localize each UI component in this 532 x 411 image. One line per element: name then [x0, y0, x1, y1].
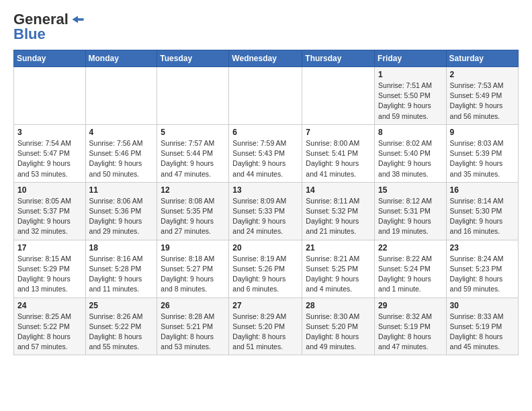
day-number: 25 — [89, 301, 154, 310]
day-info: Sunrise: 8:08 AM Sunset: 5:35 PM Dayligh… — [161, 196, 225, 237]
day-number: 22 — [378, 243, 443, 253]
day-cell — [302, 67, 375, 125]
day-info: Sunrise: 8:24 AM Sunset: 5:23 PM Dayligh… — [450, 254, 515, 295]
weekday-header-monday: Monday — [85, 50, 157, 67]
day-cell: 27Sunrise: 8:29 AM Sunset: 5:20 PM Dayli… — [229, 298, 302, 355]
day-info: Sunrise: 8:06 AM Sunset: 5:36 PM Dayligh… — [89, 196, 154, 237]
week-row-1: 1Sunrise: 7:51 AM Sunset: 5:50 PM Daylig… — [14, 67, 519, 125]
weekday-header-tuesday: Tuesday — [157, 50, 229, 67]
day-info: Sunrise: 8:03 AM Sunset: 5:39 PM Dayligh… — [450, 138, 515, 179]
week-row-4: 17Sunrise: 8:15 AM Sunset: 5:29 PM Dayli… — [14, 240, 519, 298]
day-number: 12 — [161, 185, 225, 195]
day-number: 23 — [450, 243, 515, 253]
day-number: 10 — [17, 185, 82, 195]
logo-arrow-icon — [70, 15, 86, 24]
day-cell: 29Sunrise: 8:32 AM Sunset: 5:19 PM Dayli… — [375, 298, 447, 355]
day-cell: 19Sunrise: 8:18 AM Sunset: 5:27 PM Dayli… — [157, 240, 229, 298]
day-info: Sunrise: 7:56 AM Sunset: 5:46 PM Dayligh… — [89, 138, 154, 179]
weekday-header-saturday: Saturday — [446, 50, 518, 67]
day-info: Sunrise: 8:30 AM Sunset: 5:20 PM Dayligh… — [306, 312, 371, 353]
weekday-header-thursday: Thursday — [302, 50, 375, 67]
day-info: Sunrise: 8:21 AM Sunset: 5:25 PM Dayligh… — [306, 254, 371, 295]
day-info: Sunrise: 8:33 AM Sunset: 5:19 PM Dayligh… — [450, 312, 515, 353]
day-cell: 25Sunrise: 8:26 AM Sunset: 5:22 PM Dayli… — [85, 298, 157, 355]
day-cell: 16Sunrise: 8:14 AM Sunset: 5:30 PM Dayli… — [446, 182, 518, 240]
day-info: Sunrise: 8:00 AM Sunset: 5:41 PM Dayligh… — [306, 138, 371, 179]
day-cell — [14, 67, 86, 125]
day-info: Sunrise: 7:57 AM Sunset: 5:44 PM Dayligh… — [161, 138, 225, 179]
weekday-header-row: SundayMondayTuesdayWednesdayThursdayFrid… — [14, 50, 519, 67]
day-cell: 4Sunrise: 7:56 AM Sunset: 5:46 PM Daylig… — [85, 124, 157, 182]
day-info: Sunrise: 8:25 AM Sunset: 5:22 PM Dayligh… — [17, 312, 82, 353]
day-info: Sunrise: 7:51 AM Sunset: 5:50 PM Dayligh… — [378, 81, 443, 122]
day-cell: 24Sunrise: 8:25 AM Sunset: 5:22 PM Dayli… — [14, 298, 86, 355]
day-number: 3 — [17, 128, 82, 137]
day-info: Sunrise: 7:59 AM Sunset: 5:43 PM Dayligh… — [232, 138, 298, 179]
page: General Blue SundayMondayTuesdayWednesda… — [0, 0, 532, 366]
day-number: 21 — [306, 243, 371, 253]
day-cell: 30Sunrise: 8:33 AM Sunset: 5:19 PM Dayli… — [446, 298, 518, 355]
day-info: Sunrise: 8:19 AM Sunset: 5:26 PM Dayligh… — [232, 254, 298, 295]
day-number: 16 — [450, 185, 515, 195]
day-info: Sunrise: 8:22 AM Sunset: 5:24 PM Dayligh… — [378, 254, 443, 295]
day-cell: 12Sunrise: 8:08 AM Sunset: 5:35 PM Dayli… — [157, 182, 229, 240]
day-info: Sunrise: 8:26 AM Sunset: 5:22 PM Dayligh… — [89, 312, 154, 353]
day-cell: 9Sunrise: 8:03 AM Sunset: 5:39 PM Daylig… — [446, 124, 518, 182]
day-cell: 8Sunrise: 8:02 AM Sunset: 5:40 PM Daylig… — [375, 124, 447, 182]
day-number: 26 — [161, 301, 225, 310]
day-cell: 20Sunrise: 8:19 AM Sunset: 5:26 PM Dayli… — [229, 240, 302, 298]
day-info: Sunrise: 8:05 AM Sunset: 5:37 PM Dayligh… — [17, 196, 82, 237]
day-cell: 14Sunrise: 8:11 AM Sunset: 5:32 PM Dayli… — [302, 182, 375, 240]
day-number: 6 — [232, 128, 298, 137]
day-info: Sunrise: 8:18 AM Sunset: 5:27 PM Dayligh… — [161, 254, 225, 295]
day-number: 4 — [89, 128, 154, 137]
day-cell: 11Sunrise: 8:06 AM Sunset: 5:36 PM Dayli… — [85, 182, 157, 240]
day-cell: 28Sunrise: 8:30 AM Sunset: 5:20 PM Dayli… — [302, 298, 375, 355]
day-cell — [157, 67, 229, 125]
day-info: Sunrise: 8:02 AM Sunset: 5:40 PM Dayligh… — [378, 138, 443, 179]
day-info: Sunrise: 8:29 AM Sunset: 5:20 PM Dayligh… — [232, 312, 298, 353]
header: General Blue — [13, 11, 519, 43]
day-info: Sunrise: 8:32 AM Sunset: 5:19 PM Dayligh… — [378, 312, 443, 353]
day-info: Sunrise: 7:53 AM Sunset: 5:49 PM Dayligh… — [450, 81, 515, 122]
day-cell: 23Sunrise: 8:24 AM Sunset: 5:23 PM Dayli… — [446, 240, 518, 298]
day-number: 13 — [232, 185, 298, 195]
day-cell — [229, 67, 302, 125]
day-info: Sunrise: 7:54 AM Sunset: 5:47 PM Dayligh… — [17, 138, 82, 179]
weekday-header-wednesday: Wednesday — [229, 50, 302, 67]
day-number: 20 — [232, 243, 298, 253]
week-row-2: 3Sunrise: 7:54 AM Sunset: 5:47 PM Daylig… — [14, 124, 519, 182]
day-cell: 10Sunrise: 8:05 AM Sunset: 5:37 PM Dayli… — [14, 182, 86, 240]
day-cell: 18Sunrise: 8:16 AM Sunset: 5:28 PM Dayli… — [85, 240, 157, 298]
day-number: 8 — [378, 128, 443, 137]
day-number: 29 — [378, 301, 443, 310]
weekday-header-friday: Friday — [375, 50, 447, 67]
day-number: 27 — [232, 301, 298, 310]
day-number: 17 — [17, 243, 82, 253]
day-number: 19 — [161, 243, 225, 253]
weekday-header-sunday: Sunday — [14, 50, 86, 67]
day-number: 5 — [161, 128, 225, 137]
day-number: 18 — [89, 243, 154, 253]
day-cell: 22Sunrise: 8:22 AM Sunset: 5:24 PM Dayli… — [375, 240, 447, 298]
day-cell: 2Sunrise: 7:53 AM Sunset: 5:49 PM Daylig… — [446, 67, 518, 125]
day-number: 7 — [306, 128, 371, 137]
day-info: Sunrise: 8:12 AM Sunset: 5:31 PM Dayligh… — [378, 196, 443, 237]
day-number: 24 — [17, 301, 82, 310]
calendar: SundayMondayTuesdayWednesdayThursdayFrid… — [13, 50, 519, 355]
day-cell: 15Sunrise: 8:12 AM Sunset: 5:31 PM Dayli… — [375, 182, 447, 240]
day-info: Sunrise: 8:14 AM Sunset: 5:30 PM Dayligh… — [450, 196, 515, 237]
week-row-5: 24Sunrise: 8:25 AM Sunset: 5:22 PM Dayli… — [14, 298, 519, 355]
day-number: 9 — [450, 128, 515, 137]
day-number: 28 — [306, 301, 371, 310]
day-number: 11 — [89, 185, 154, 195]
day-cell: 17Sunrise: 8:15 AM Sunset: 5:29 PM Dayli… — [14, 240, 86, 298]
day-info: Sunrise: 8:11 AM Sunset: 5:32 PM Dayligh… — [306, 196, 371, 237]
day-number: 15 — [378, 185, 443, 195]
svg-marker-0 — [72, 16, 83, 23]
day-info: Sunrise: 8:15 AM Sunset: 5:29 PM Dayligh… — [17, 254, 82, 295]
day-cell: 13Sunrise: 8:09 AM Sunset: 5:33 PM Dayli… — [229, 182, 302, 240]
day-cell: 6Sunrise: 7:59 AM Sunset: 5:43 PM Daylig… — [229, 124, 302, 182]
logo-blue: Blue — [13, 26, 46, 43]
logo: General Blue — [13, 11, 86, 43]
